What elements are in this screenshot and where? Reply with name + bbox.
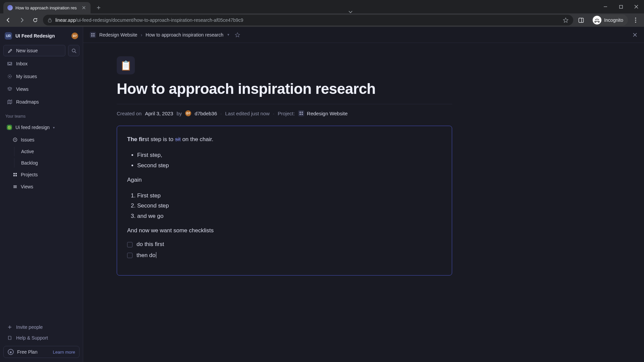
chevron-down-icon[interactable]: ▾: [227, 33, 229, 37]
maximize-icon[interactable]: [613, 0, 629, 13]
checklist-text[interactable]: then do: [137, 251, 156, 260]
checklist-item[interactable]: then do: [127, 251, 442, 260]
svg-rect-11: [13, 173, 15, 174]
url-host: linear.app: [55, 17, 76, 23]
author-name[interactable]: d7bdeb36: [195, 111, 217, 116]
sidebar-label: My issues: [16, 74, 37, 79]
created-prefix: Created on: [117, 111, 142, 116]
workspace-switcher[interactable]: UR UI Feed Redesign D7: [3, 31, 79, 43]
bold-text: The fir: [127, 136, 145, 142]
close-window-icon[interactable]: [629, 0, 644, 13]
side-panel-icon[interactable]: [575, 14, 587, 26]
sidebar-item-views[interactable]: Views: [3, 84, 79, 95]
svg-point-10: [15, 139, 16, 140]
checklist-item[interactable]: do this first: [127, 240, 442, 249]
sidebar-item-active[interactable]: Active: [14, 147, 79, 156]
favorite-star-icon[interactable]: [235, 32, 240, 38]
map-icon: [7, 99, 13, 105]
svg-rect-15: [91, 33, 93, 35]
plan-label: Free Plan: [17, 349, 38, 355]
last-edited: Last edited just now: [225, 111, 270, 116]
incognito-label: Incognito: [604, 17, 623, 23]
sidebar-label: Roadmaps: [16, 99, 39, 105]
tab-search-icon[interactable]: [343, 11, 358, 13]
paragraph[interactable]: The first step is to sit on the chair.: [127, 135, 442, 144]
close-tab-icon[interactable]: [81, 5, 87, 10]
numbered-list[interactable]: First step Second step and we go: [137, 191, 442, 222]
main-area: Redesign Website › How to approach inspi…: [83, 27, 644, 362]
sidebar-item-team-views[interactable]: Views: [3, 182, 79, 192]
sidebar-item-my-issues[interactable]: My issues: [3, 71, 79, 82]
invite-people-button[interactable]: Invite people: [3, 322, 79, 333]
workspace-badge: UR: [5, 32, 12, 40]
search-icon: [71, 48, 76, 53]
sidebar-item-roadmaps[interactable]: Roadmaps: [3, 97, 79, 107]
sidebar: UR UI Feed Redesign D7 New issue Inbox M…: [0, 27, 83, 362]
chevron-down-icon: ▾: [53, 126, 55, 129]
document-title[interactable]: How to approach inspiration research: [117, 80, 452, 104]
checkbox-icon[interactable]: [127, 253, 132, 258]
minimize-icon[interactable]: [598, 0, 613, 13]
browser-tab[interactable]: How to approach inspiration res: [3, 2, 91, 13]
list-item[interactable]: and we go: [137, 212, 442, 221]
sidebar-item-backlog[interactable]: Backlog: [14, 158, 79, 168]
back-button[interactable]: [3, 14, 14, 26]
user-avatar-badge: D7: [71, 33, 78, 39]
checklist-text[interactable]: do this first: [137, 240, 164, 249]
sidebar-item-projects[interactable]: Projects: [3, 170, 79, 180]
new-tab-button[interactable]: [94, 3, 103, 12]
sidebar-item-issues[interactable]: Issues: [3, 135, 79, 145]
incognito-icon: [593, 16, 601, 24]
breadcrumb-doc[interactable]: How to approach inspiration research: [146, 32, 223, 38]
help-support-button[interactable]: Help & Support: [3, 333, 79, 343]
team-name: Ui feed redesign: [15, 125, 50, 130]
address-bar[interactable]: linear.app/ui-feed-redesign/document/how…: [43, 15, 573, 25]
team-row[interactable]: 🟢 Ui feed redesign ▾: [3, 122, 79, 133]
document-editor[interactable]: The first step is to sit on the chair. F…: [117, 126, 452, 276]
target-icon: [7, 74, 13, 79]
svg-rect-19: [300, 112, 301, 113]
forward-button[interactable]: [16, 14, 28, 26]
breadcrumb-project[interactable]: Redesign Website: [99, 32, 137, 38]
bullet-list[interactable]: First step, Second step: [137, 150, 442, 171]
pencil-icon: [8, 48, 13, 53]
plan-box[interactable]: ● Free Plan Learn more: [3, 346, 79, 358]
svg-rect-21: [300, 114, 301, 115]
checkbox-icon[interactable]: [127, 242, 132, 247]
issues-icon: [13, 137, 17, 142]
document-emoji-icon[interactable]: 📋: [117, 56, 135, 74]
breadcrumb-separator: ›: [141, 32, 142, 38]
link-text[interactable]: sit: [175, 136, 181, 142]
sidebar-item-inbox[interactable]: Inbox: [3, 58, 79, 69]
sidebar-label: Active: [21, 149, 34, 154]
meta-separator: ·: [273, 111, 274, 116]
text: st step is to: [145, 136, 175, 142]
svg-rect-17: [91, 35, 93, 37]
browser-menu-icon[interactable]: [630, 14, 641, 26]
reload-button[interactable]: [30, 14, 41, 26]
list-item[interactable]: Second step: [137, 161, 442, 171]
paragraph[interactable]: And now we want some checklists: [127, 226, 442, 236]
incognito-chip[interactable]: Incognito: [591, 14, 628, 26]
paragraph[interactable]: Again: [127, 175, 442, 185]
lock-icon: [48, 18, 52, 22]
list-item[interactable]: Second step: [137, 201, 442, 211]
project-chip[interactable]: Redesign Website: [298, 110, 347, 116]
bookmark-star-icon[interactable]: [563, 17, 569, 23]
teams-section-label: Your teams: [3, 109, 79, 120]
project-label: Project:: [278, 111, 295, 116]
close-panel-icon[interactable]: [633, 33, 637, 37]
learn-more-link[interactable]: Learn more: [53, 350, 75, 355]
checklist[interactable]: do this first then do: [127, 240, 442, 260]
new-issue-button[interactable]: New issue: [3, 45, 65, 56]
document-scroll[interactable]: 📋 How to approach inspiration research C…: [83, 43, 644, 362]
document: 📋 How to approach inspiration research C…: [117, 56, 452, 276]
svg-rect-16: [93, 33, 95, 35]
list-item[interactable]: First step,: [137, 150, 442, 160]
svg-rect-20: [302, 112, 303, 113]
linear-favicon-icon: [7, 5, 13, 10]
svg-point-3: [635, 17, 636, 18]
search-button[interactable]: [68, 45, 79, 56]
list-item[interactable]: First step: [137, 191, 442, 201]
project-icon: [90, 32, 96, 38]
